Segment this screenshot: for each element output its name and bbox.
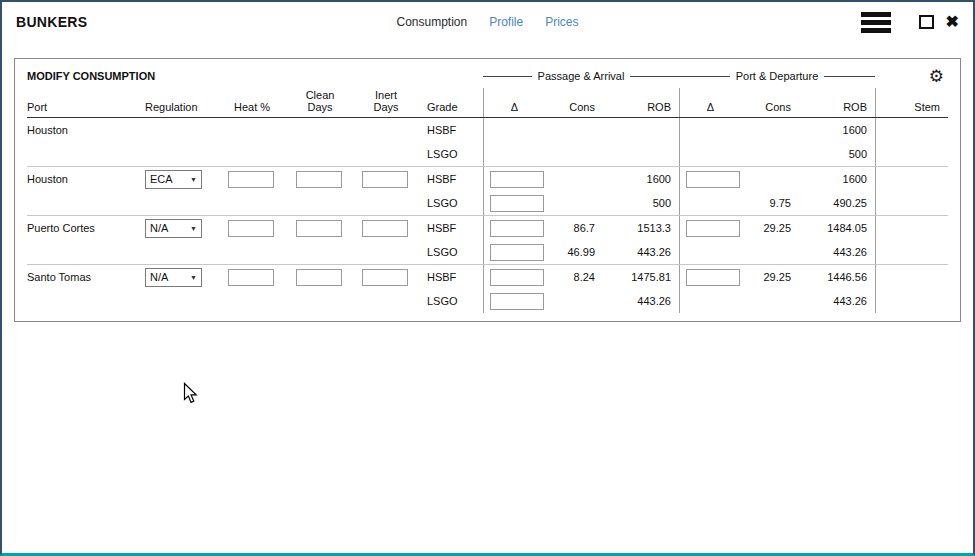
port-delta-input[interactable]: [686, 171, 740, 188]
tab-consumption[interactable]: Consumption: [396, 15, 467, 29]
passage-rob-value: 443.26: [603, 240, 679, 264]
passage-cons-value: [545, 289, 603, 313]
col-header-port-rob: ROB: [799, 88, 875, 117]
col-header-port-delta: Δ: [679, 88, 741, 117]
regulation-value: N/A: [150, 271, 168, 283]
port-cons-value: [741, 118, 799, 142]
col-header-grade: Grade: [427, 88, 483, 117]
port-cons-value: [741, 289, 799, 313]
port-rob-value: 443.26: [799, 240, 875, 264]
passage-delta-cell: [483, 216, 545, 240]
table-row: HoustonHSBF1600: [27, 118, 948, 142]
passage-delta-input[interactable]: [490, 269, 544, 286]
clean-days-input-cell: [295, 191, 361, 215]
inert-days-input[interactable]: [362, 220, 408, 237]
passage-rob-value: 1513.3: [603, 216, 679, 240]
clean-days-input-cell: [295, 289, 361, 313]
chevron-down-icon: ▼: [190, 225, 197, 232]
passage-arrival-label: Passage & Arrival: [532, 70, 631, 82]
passage-delta-input[interactable]: [490, 220, 544, 237]
passage-delta-input[interactable]: [490, 244, 544, 261]
passage-delta-cell: [483, 167, 545, 191]
grade-label: HSBF: [427, 167, 483, 191]
port-cons-value: [741, 142, 799, 166]
col-header-passage-cons: Cons: [545, 88, 603, 117]
close-icon[interactable]: ✖: [946, 14, 959, 30]
port-delta-cell: [679, 289, 741, 313]
table-row: LSGO5009.75490.25: [27, 191, 948, 215]
col-header-clean-days: Clean Days: [295, 88, 361, 117]
regulation-value: N/A: [150, 222, 168, 234]
tab-prices[interactable]: Prices: [545, 15, 578, 29]
title-bar: BUNKERS Consumption Profile Prices ✖: [2, 2, 973, 42]
passage-delta-cell: [483, 289, 545, 313]
port-name: [27, 191, 145, 215]
clean-days-input[interactable]: [296, 220, 342, 237]
inert-days-input-cell: [361, 216, 427, 240]
regulation-select[interactable]: ECA▼: [145, 170, 202, 189]
stem-value: [875, 289, 948, 313]
grade-label: LSGO: [427, 142, 483, 166]
stem-value: [875, 265, 948, 289]
col-header-passage-rob: ROB: [603, 88, 679, 117]
regulation-cell: [145, 289, 227, 313]
settings-gear-icon[interactable]: ⚙: [929, 66, 948, 87]
table-row: Santo TomasN/A▼HSBF8.241475.8129.251446.…: [27, 265, 948, 289]
regulation-select[interactable]: N/A▼: [145, 219, 202, 238]
heat-input[interactable]: [228, 171, 274, 188]
passage-cons-value: [545, 142, 603, 166]
passage-delta-cell: [483, 142, 545, 166]
regulation-select[interactable]: N/A▼: [145, 268, 202, 287]
port-rob-value: 443.26: [799, 289, 875, 313]
table-column-headers: Port Regulation Heat % Clean Days Inert …: [27, 88, 948, 118]
port-rob-value: 1600: [799, 167, 875, 191]
table-row: HoustonECA▼HSBF16001600: [27, 167, 948, 191]
heat-input[interactable]: [228, 269, 274, 286]
port-departure-group-label: Port & Departure: [679, 70, 875, 82]
passage-rob-value: 500: [603, 191, 679, 215]
inert-days-input-cell: [361, 289, 427, 313]
grade-label: LSGO: [427, 289, 483, 313]
inert-days-input[interactable]: [362, 269, 408, 286]
passage-delta-input[interactable]: [490, 195, 544, 212]
passage-cons-value: 8.24: [545, 265, 603, 289]
col-header-heat: Heat %: [227, 88, 295, 117]
menu-icon[interactable]: [861, 12, 891, 33]
heat-input[interactable]: [228, 220, 274, 237]
passage-arrival-group-label: Passage & Arrival: [483, 70, 679, 82]
inert-days-input[interactable]: [362, 171, 408, 188]
table-row: LSGO500: [27, 142, 948, 166]
grade-label: LSGO: [427, 240, 483, 264]
passage-rob-value: 1475.81: [603, 265, 679, 289]
stem-value: [875, 216, 948, 240]
port-group: HoustonECA▼HSBF16001600LSGO5009.75490.25: [27, 166, 948, 215]
clean-days-input[interactable]: [296, 171, 342, 188]
chevron-down-icon: ▼: [190, 274, 197, 281]
port-rob-value: 1600: [799, 118, 875, 142]
modify-consumption-panel: MODIFY CONSUMPTION Passage & Arrival Por…: [14, 58, 961, 322]
passage-delta-input[interactable]: [490, 171, 544, 188]
port-delta-input[interactable]: [686, 269, 740, 286]
port-delta-input[interactable]: [686, 220, 740, 237]
passage-cons-value: [545, 167, 603, 191]
grade-label: HSBF: [427, 118, 483, 142]
regulation-cell: [145, 142, 227, 166]
port-name: [27, 240, 145, 264]
port-cons-value: 29.25: [741, 265, 799, 289]
bunkers-window: BUNKERS Consumption Profile Prices ✖ MOD…: [0, 0, 975, 556]
passage-delta-cell: [483, 191, 545, 215]
table-row: Puerto CortesN/A▼HSBF86.71513.329.251484…: [27, 216, 948, 240]
tab-profile[interactable]: Profile: [489, 15, 523, 29]
table-row: LSGO443.26443.26: [27, 289, 948, 313]
port-delta-cell: [679, 142, 741, 166]
heat-input-cell: [227, 216, 295, 240]
col-header-stem: Stem: [875, 88, 948, 117]
port-name: Houston: [27, 118, 145, 142]
maximize-icon[interactable]: [919, 15, 934, 29]
passage-delta-input[interactable]: [490, 293, 544, 310]
grade-label: HSBF: [427, 216, 483, 240]
clean-days-input[interactable]: [296, 269, 342, 286]
port-group: Santo TomasN/A▼HSBF8.241475.8129.251446.…: [27, 264, 948, 313]
grade-label: HSBF: [427, 265, 483, 289]
passage-rob-value: [603, 118, 679, 142]
